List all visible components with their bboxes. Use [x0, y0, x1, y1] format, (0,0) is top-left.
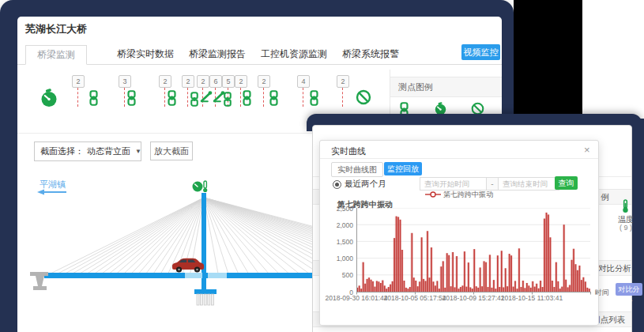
legend-marker-icon [425, 191, 441, 198]
range-separator: - [486, 177, 499, 191]
backdrop-black-area [514, 0, 582, 120]
x-axis-name: 时间 [595, 288, 609, 298]
query-button[interactable]: 查询 [555, 176, 578, 190]
last-two-months-label: 最近两个月 [345, 179, 386, 190]
enlarge-section-button[interactable]: 放大截面 [150, 141, 193, 160]
section-select-value: 动态背立面 [87, 145, 130, 157]
realtime-curve-dialog: 实时曲线 × 实时曲线图 监控回放 最近两个月 - 查询 第七跨跨中振动 第七跨… [319, 140, 599, 326]
screen: 芜湖长江大桥 桥梁监测 桥梁实时数据 桥梁监测报告 工控机资源监测 桥梁系统报警… [0, 0, 644, 332]
y-tick-label: 500 [322, 271, 353, 279]
y-tick-label: 2,000 [322, 221, 353, 229]
temperature-count: ( 9 ) [615, 224, 637, 232]
y-tick-label: 2,500 [322, 205, 353, 213]
radio-dot [335, 183, 339, 187]
dialog-tab-monitor-playback[interactable]: 监控回放 [384, 162, 422, 175]
chevron-down-icon: ▼ [130, 148, 146, 155]
dialog-title-separator [320, 158, 598, 159]
dialog-tab-realtime-curve[interactable]: 实时曲线图 [331, 162, 383, 177]
y-tick-label: 1,000 [322, 255, 353, 262]
chart-legend[interactable]: 第七跨跨中振动 [412, 191, 507, 198]
query-start-time-input[interactable] [420, 177, 487, 191]
y-tick-label: 1,500 [322, 238, 353, 246]
section-select-label: 截面选择： [35, 145, 87, 157]
x-tick-label: 2018-10-15 11:03:41 [492, 294, 571, 302]
dialog-title: 实时曲线 [331, 145, 366, 157]
compare-analysis-button[interactable]: 对比分析 [616, 283, 642, 296]
last-two-months-radio[interactable] [333, 180, 341, 189]
legend-label: 第七跨跨中振动 [443, 190, 493, 200]
close-icon[interactable]: × [584, 145, 590, 155]
section-select[interactable]: 截面选择： 动态背立面 ▼ [34, 141, 141, 161]
vibration-chart [356, 208, 593, 296]
query-end-time-input[interactable] [498, 177, 559, 191]
legend-panel-icons [0, 0, 514, 115]
